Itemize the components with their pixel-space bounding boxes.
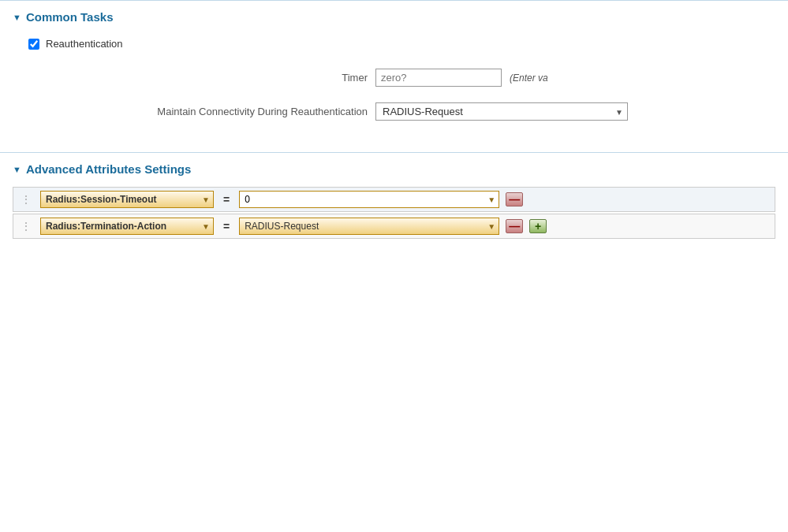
timer-row: Timer (Enter va [28,69,775,87]
common-tasks-chevron[interactable]: ▼ [13,13,21,22]
common-tasks-header: ▼ Common Tasks [13,10,775,24]
equals-1: = [220,220,233,233]
attr-row-0: ⋮ Radius:Session-Timeout Radius:Terminat… [13,187,775,212]
common-tasks-content: Reauthentication Timer (Enter va Maintai… [13,38,775,121]
timer-hint: (Enter va [510,73,548,84]
common-tasks-section: ▼ Common Tasks Reauthentication Timer (E… [0,1,788,153]
reauthentication-row: Reauthentication [28,38,775,50]
maintain-connectivity-row: Maintain Connectivity During Reauthentic… [28,102,775,121]
attr-value-wrapper-0: ▼ [239,191,499,208]
add-button-1[interactable]: + [529,219,547,233]
timer-input[interactable] [375,69,502,87]
maintain-connectivity-select-wrapper: RADIUS-Request None Re-Authenticate ▼ [375,102,628,121]
maintain-connectivity-label: Maintain Connectivity During Reauthentic… [28,106,368,117]
reauthentication-checkbox[interactable] [28,39,39,50]
common-tasks-title: Common Tasks [26,10,114,24]
remove-button-0[interactable]: — [506,192,523,206]
drag-handle-1[interactable]: ⋮ [18,221,34,232]
attr-row-1: ⋮ Radius:Session-Timeout Radius:Terminat… [13,214,775,239]
timer-label: Timer [28,72,368,84]
advanced-attributes-chevron[interactable]: ▼ [13,165,21,174]
attr-select-wrapper-0: Radius:Session-Timeout Radius:Terminatio… [40,191,214,208]
attr-select-wrapper-1: Radius:Session-Timeout Radius:Terminatio… [40,218,214,235]
advanced-attributes-section: ▼ Advanced Attributes Settings ⋮ Radius:… [0,153,788,256]
attr-value-input-0[interactable] [239,191,499,208]
advanced-attributes-title: Advanced Attributes Settings [26,162,191,176]
reauthentication-label: Reauthentication [46,38,123,50]
attr-value-wrapper-1: RADIUS-Request Default None ▼ [239,218,499,235]
equals-0: = [220,193,233,206]
attr-select-1[interactable]: Radius:Session-Timeout Radius:Terminatio… [40,218,214,235]
drag-handle-0[interactable]: ⋮ [18,194,34,205]
remove-button-1[interactable]: — [506,219,523,233]
attr-value-select-1[interactable]: RADIUS-Request Default None [239,218,499,235]
attr-select-0[interactable]: Radius:Session-Timeout Radius:Terminatio… [40,191,214,208]
advanced-attributes-header: ▼ Advanced Attributes Settings [13,162,775,176]
maintain-connectivity-select[interactable]: RADIUS-Request None Re-Authenticate [375,102,628,121]
